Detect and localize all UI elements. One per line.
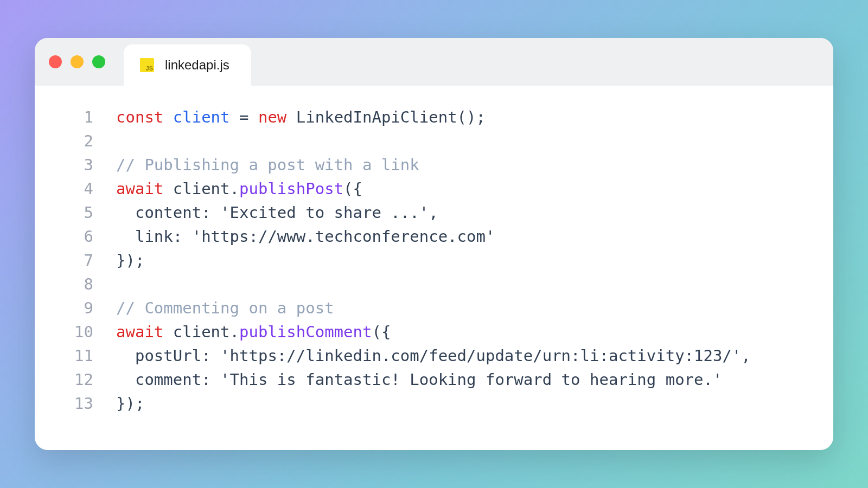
- maximize-icon[interactable]: [92, 55, 105, 68]
- line-number: 4: [35, 177, 116, 201]
- js-file-icon: JS: [140, 58, 154, 72]
- code-line: 8: [35, 272, 833, 296]
- code-line: 12 comment: 'This is fantastic! Looking …: [35, 368, 833, 391]
- line-number: 8: [35, 272, 116, 296]
- code-line: 1 const client = new LinkedInApiClient()…: [35, 105, 833, 129]
- code-line: 10 await client.publishComment({: [35, 320, 833, 344]
- line-number: 6: [35, 224, 116, 248]
- line-number: 7: [35, 248, 116, 272]
- tab-filename: linkedapi.js: [165, 57, 229, 73]
- minimize-icon[interactable]: [71, 55, 84, 68]
- line-number: 10: [35, 320, 116, 344]
- code-line: 7 });: [35, 248, 833, 272]
- close-icon[interactable]: [49, 55, 62, 68]
- line-number: 13: [35, 391, 116, 415]
- line-number: 9: [35, 296, 116, 320]
- code-line: 9 // Commenting on a post: [35, 296, 833, 320]
- code-line: 4 await client.publishPost({: [35, 177, 833, 201]
- line-number: 12: [35, 368, 116, 391]
- editor-window: JS linkedapi.js 1 const client = new Lin…: [35, 38, 833, 450]
- line-number: 3: [35, 153, 116, 177]
- code-line: 6 link: 'https://www.techconference.com': [35, 224, 833, 248]
- tab-file[interactable]: JS linkedapi.js: [124, 44, 251, 86]
- code-line: 2: [35, 129, 833, 153]
- code-line: 5 content: 'Excited to share ...',: [35, 201, 833, 224]
- line-number: 11: [35, 344, 116, 368]
- line-number: 5: [35, 201, 116, 224]
- code-line: 11 postUrl: 'https://linkedin.com/feed/u…: [35, 344, 833, 368]
- titlebar: JS linkedapi.js: [35, 38, 833, 86]
- code-line: 13 });: [35, 391, 833, 415]
- line-number: 1: [35, 105, 116, 129]
- traffic-lights: [49, 55, 105, 68]
- line-number: 2: [35, 129, 116, 153]
- code-editor[interactable]: 1 const client = new LinkedInApiClient()…: [35, 86, 833, 450]
- code-line: 3 // Publishing a post with a link: [35, 153, 833, 177]
